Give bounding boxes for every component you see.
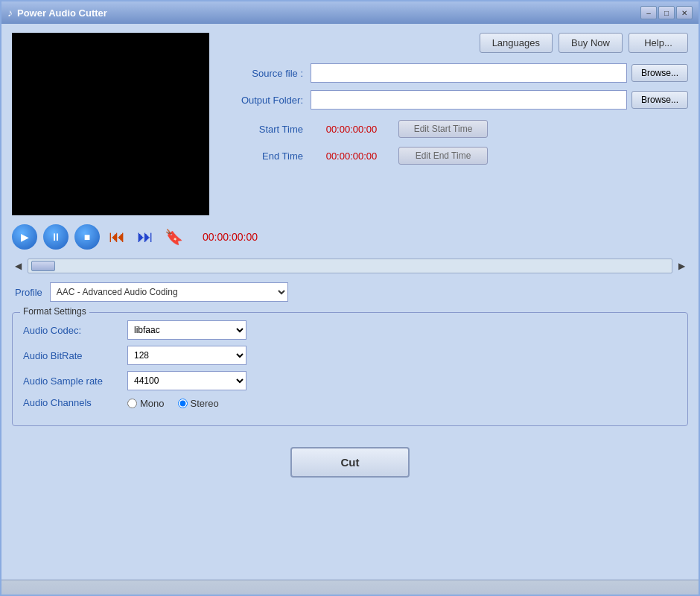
format-settings-legend: Format Settings bbox=[20, 306, 89, 317]
audio-codec-row: Audio Codec: libfaac libmp3lame aac bbox=[23, 320, 677, 340]
profile-select[interactable]: AAC - Advanced Audio Coding MP3 OGG WAV … bbox=[50, 282, 288, 302]
fast-forward-button[interactable]: ⏭ bbox=[134, 226, 156, 247]
cut-button[interactable]: Cut bbox=[290, 447, 410, 478]
source-file-input[interactable] bbox=[311, 63, 627, 83]
source-file-label: Source file : bbox=[221, 68, 303, 79]
output-folder-input[interactable] bbox=[311, 90, 627, 110]
audio-bitrate-label: Audio BitRate bbox=[23, 350, 127, 361]
cut-button-row: Cut bbox=[12, 447, 688, 478]
status-bar bbox=[1, 580, 699, 595]
edit-start-time-button[interactable]: Edit Start Time bbox=[398, 120, 488, 138]
mono-option[interactable]: Mono bbox=[127, 398, 165, 409]
main-window: ♪ Power Audio Cutter – □ ✕ Languages Buy… bbox=[0, 0, 700, 596]
format-settings-panel: Format Settings Audio Codec: libfaac lib… bbox=[12, 312, 688, 426]
help-button[interactable]: Help... bbox=[629, 33, 688, 53]
seek-bar[interactable] bbox=[28, 259, 672, 273]
stop-button[interactable]: ■ bbox=[74, 224, 100, 250]
stereo-option[interactable]: Stereo bbox=[178, 398, 219, 409]
main-content: Languages Buy Now Help... Source file : … bbox=[1, 24, 699, 580]
source-file-row: Source file : Browse... bbox=[221, 63, 688, 83]
top-section: Languages Buy Now Help... Source file : … bbox=[12, 33, 688, 215]
marker-icon: 🔖 bbox=[165, 228, 183, 246]
audio-sample-rate-label: Audio Sample rate bbox=[23, 375, 127, 387]
start-time-row: Start Time 00:00:00:00 Edit Start Time bbox=[221, 120, 688, 138]
window-controls: – □ ✕ bbox=[640, 6, 693, 19]
output-folder-label: Output Folder: bbox=[221, 95, 303, 106]
buy-now-button[interactable]: Buy Now bbox=[559, 33, 623, 53]
end-time-label: End Time bbox=[221, 150, 303, 162]
edit-end-time-button[interactable]: Edit End Time bbox=[398, 147, 488, 165]
end-time-value: 00:00:00:00 bbox=[311, 150, 392, 162]
marker-button[interactable]: 🔖 bbox=[162, 226, 185, 247]
header-buttons: Languages Buy Now Help... bbox=[221, 33, 688, 53]
audio-bitrate-row: Audio BitRate 64 96 128 192 256 320 bbox=[23, 346, 677, 365]
start-time-value: 00:00:00:00 bbox=[311, 124, 392, 135]
start-time-label: Start Time bbox=[221, 124, 303, 135]
profile-row: Profile AAC - Advanced Audio Coding MP3 … bbox=[12, 282, 688, 302]
close-button[interactable]: ✕ bbox=[676, 6, 693, 19]
stop-icon: ■ bbox=[84, 231, 90, 243]
title-bar: ♪ Power Audio Cutter – □ ✕ bbox=[1, 1, 699, 24]
right-panel: Languages Buy Now Help... Source file : … bbox=[221, 33, 688, 215]
window-title: Power Audio Cutter bbox=[17, 7, 640, 19]
languages-button[interactable]: Languages bbox=[480, 33, 553, 53]
source-file-browse-button[interactable]: Browse... bbox=[631, 64, 688, 82]
seek-left-arrow[interactable]: ◀ bbox=[12, 259, 25, 273]
audio-codec-select[interactable]: libfaac libmp3lame aac bbox=[127, 320, 246, 340]
stereo-radio[interactable] bbox=[178, 399, 188, 408]
rewind-icon: ⏮ bbox=[109, 227, 125, 247]
profile-label: Profile bbox=[15, 287, 42, 298]
audio-channels-row: Audio Channels Mono Stereo bbox=[23, 396, 677, 409]
playback-time-display: 00:00:00:00 bbox=[203, 231, 258, 243]
maximize-button[interactable]: □ bbox=[658, 6, 675, 19]
output-folder-browse-button[interactable]: Browse... bbox=[631, 91, 688, 109]
seek-thumb[interactable] bbox=[31, 261, 55, 271]
audio-sample-rate-row: Audio Sample rate 8000 11025 22050 44100… bbox=[23, 371, 677, 390]
play-button[interactable]: ▶ bbox=[12, 224, 37, 250]
audio-bitrate-select[interactable]: 64 96 128 192 256 320 bbox=[127, 346, 246, 365]
seek-right-arrow[interactable]: ▶ bbox=[675, 259, 688, 273]
seek-bar-row: ◀ ▶ bbox=[12, 259, 688, 273]
audio-sample-rate-select[interactable]: 8000 11025 22050 44100 48000 bbox=[127, 371, 246, 390]
rewind-button[interactable]: ⏮ bbox=[106, 226, 128, 247]
pause-button[interactable]: ⏸ bbox=[43, 224, 69, 250]
playback-controls: ▶ ⏸ ■ ⏮ ⏭ 🔖 00:00:00:00 bbox=[12, 224, 688, 250]
minimize-button[interactable]: – bbox=[640, 6, 657, 19]
video-preview bbox=[12, 33, 209, 215]
audio-codec-label: Audio Codec: bbox=[23, 325, 127, 336]
mono-radio[interactable] bbox=[127, 399, 137, 408]
stereo-label: Stereo bbox=[191, 398, 219, 409]
fast-forward-icon: ⏭ bbox=[137, 227, 153, 247]
output-folder-row: Output Folder: Browse... bbox=[221, 90, 688, 110]
audio-channels-label: Audio Channels bbox=[23, 397, 127, 408]
pause-icon: ⏸ bbox=[51, 231, 61, 243]
play-icon: ▶ bbox=[21, 231, 29, 243]
mono-label: Mono bbox=[140, 398, 165, 409]
audio-channels-group: Mono Stereo bbox=[127, 398, 219, 409]
app-icon: ♪ bbox=[7, 7, 13, 19]
end-time-row: End Time 00:00:00:00 Edit End Time bbox=[221, 147, 688, 165]
